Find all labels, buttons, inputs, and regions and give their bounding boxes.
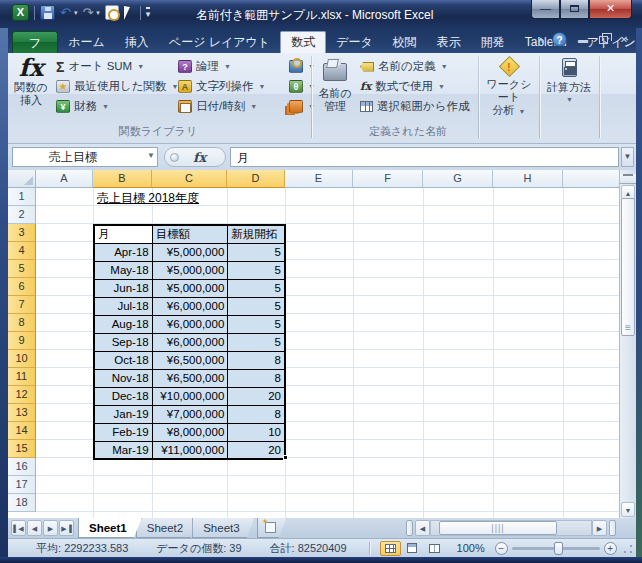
table-row[interactable]: Jan-19 ¥7,000,000 8	[94, 405, 285, 423]
table-row[interactable]: Dec-18 ¥10,000,000 20	[94, 387, 285, 405]
zoom-out-icon[interactable]: −	[495, 542, 508, 555]
row-header[interactable]: 12	[8, 386, 36, 404]
column-header[interactable]: C	[152, 170, 227, 188]
row-header[interactable]: 3	[8, 224, 36, 242]
name-box-dropdown-icon[interactable]: ▼	[147, 151, 155, 160]
vertical-scroll-thumb[interactable]	[621, 198, 635, 336]
row-header[interactable]: 2	[8, 206, 36, 224]
table-row[interactable]: Nov-18 ¥6,500,000 8	[94, 369, 285, 387]
select-all-corner[interactable]	[8, 170, 36, 188]
date-time-button[interactable]: 日付/時刻▼	[178, 97, 257, 116]
page-break-view-button[interactable]	[424, 541, 445, 556]
table-header-row[interactable]: 月 目標額 新規開拓	[94, 225, 285, 243]
tab-data[interactable]: データ	[326, 32, 383, 53]
grid-row[interactable]: 17	[8, 476, 619, 494]
zoom-in-icon[interactable]: +	[604, 542, 617, 555]
workbook-restore-icon[interactable]	[599, 36, 608, 44]
month-cell[interactable]: Mar-19	[94, 441, 152, 459]
tab-developer[interactable]: 開発	[471, 32, 515, 53]
title-bar[interactable]: X ↶▾ ↷▾ ▾ 名前付き範囲サンプル.xlsx - Microsoft Ex…	[0, 0, 642, 28]
row-header[interactable]: 10	[8, 350, 36, 368]
zoom-level[interactable]: 100%	[457, 542, 485, 554]
last-sheet-icon[interactable]: ▶▐	[59, 520, 74, 536]
active-cell-b3[interactable]: 月	[94, 225, 152, 243]
row-header[interactable]: 13	[8, 404, 36, 422]
row-cells[interactable]	[36, 458, 619, 476]
sheet-tab-sheet2[interactable]: Sheet2	[136, 518, 198, 538]
target-cell[interactable]: ¥6,500,000	[152, 351, 228, 369]
target-cell[interactable]: ¥6,500,000	[152, 369, 228, 387]
first-sheet-icon[interactable]: ▌◀	[11, 520, 26, 536]
grid-row[interactable]: 18	[8, 494, 619, 512]
new-business-cell[interactable]: 20	[228, 441, 285, 459]
column-header[interactable]: E	[285, 170, 353, 188]
redo-dropdown-icon[interactable]: ▾	[96, 9, 100, 17]
workbook-minimize-icon[interactable]: ▬	[575, 34, 591, 45]
target-cell[interactable]: ¥5,000,000	[152, 243, 228, 261]
row-header[interactable]: 5	[8, 260, 36, 278]
column-header[interactable]: F	[353, 170, 423, 188]
fill-handle[interactable]	[283, 455, 288, 460]
table-row[interactable]: Sep-18 ¥6,000,000 5	[94, 333, 285, 351]
cell-b2-title[interactable]: 売上目標 2018年度	[97, 189, 287, 207]
target-cell[interactable]: ¥8,000,000	[152, 423, 228, 441]
grid-row[interactable]: 2	[8, 206, 619, 224]
target-cell[interactable]: ¥6,000,000	[152, 297, 228, 315]
use-in-formula-button[interactable]: fx 数式で使用▼	[360, 77, 445, 96]
month-cell[interactable]: Jan-19	[94, 405, 152, 423]
new-business-cell[interactable]: 8	[228, 369, 285, 387]
target-cell[interactable]: ¥11,000,000	[152, 441, 228, 459]
vertical-scrollbar[interactable]: ▲ ▼	[619, 170, 636, 518]
help-icon[interactable]: ?	[552, 32, 567, 47]
month-cell[interactable]: Dec-18	[94, 387, 152, 405]
tab-view[interactable]: 表示	[427, 32, 471, 53]
horizontal-scroll-track[interactable]: ||||	[430, 520, 592, 536]
row-cells[interactable]	[36, 494, 619, 512]
month-cell[interactable]: Oct-18	[94, 351, 152, 369]
tab-split-handle[interactable]	[406, 520, 413, 536]
sheet-tab-sheet1[interactable]: Sheet1	[78, 518, 142, 538]
tab-review[interactable]: 校閲	[383, 32, 427, 53]
row-header[interactable]: 17	[8, 476, 36, 494]
insert-function-capsule[interactable]: fx	[164, 147, 226, 167]
row-header[interactable]: 18	[8, 494, 36, 512]
redo-icon[interactable]: ↷	[82, 6, 93, 20]
month-cell[interactable]: Apr-18	[94, 243, 152, 261]
page-layout-view-button[interactable]	[402, 541, 423, 556]
zoom-thumb[interactable]	[554, 542, 563, 555]
table-row[interactable]: May-18 ¥5,000,000 5	[94, 261, 285, 279]
new-business-cell[interactable]: 5	[228, 279, 285, 297]
worksheet-analysis-button[interactable]: ! ワークシート 分析 ▼	[482, 55, 536, 123]
new-business-cell[interactable]: 8	[228, 351, 285, 369]
print-preview-icon[interactable]	[105, 5, 119, 20]
month-cell[interactable]: Aug-18	[94, 315, 152, 333]
new-business-cell[interactable]: 8	[228, 405, 285, 423]
insert-function-button[interactable]: fx 関数の 挿入	[10, 55, 52, 123]
table-row[interactable]: Jul-18 ¥6,000,000 5	[94, 297, 285, 315]
undo-dropdown-icon[interactable]: ▾	[74, 9, 78, 17]
month-cell[interactable]: Jul-18	[94, 297, 152, 315]
row-header[interactable]: 1	[8, 188, 36, 206]
tab-split-handle[interactable]	[609, 520, 616, 536]
month-cell[interactable]: May-18	[94, 261, 152, 279]
table-row[interactable]: Apr-18 ¥5,000,000 5	[94, 243, 285, 261]
maximize-button[interactable]	[560, 0, 589, 19]
create-from-selection-button[interactable]: 選択範囲から作成	[360, 97, 470, 116]
workbook-close-icon[interactable]: ✕	[616, 34, 632, 45]
tab-formulas[interactable]: 数式	[280, 31, 326, 53]
split-box[interactable]	[620, 174, 636, 184]
column-header[interactable]: H	[493, 170, 563, 188]
scroll-right-icon[interactable]: ▶	[592, 520, 607, 536]
target-cell[interactable]: ¥10,000,000	[152, 387, 228, 405]
target-cell[interactable]: ¥6,000,000	[152, 333, 228, 351]
formula-input[interactable]: 月	[230, 147, 619, 167]
zoom-track[interactable]	[512, 547, 600, 550]
financial-button[interactable]: ¥ 財務▼	[56, 97, 109, 116]
row-header[interactable]: 6	[8, 278, 36, 296]
data-table[interactable]: 月 目標額 新規開拓 Apr-18 ¥5,000,000 5 May-18 ¥5…	[93, 224, 286, 460]
row-cells[interactable]	[36, 476, 619, 494]
qat-customize-icon[interactable]: ▾	[146, 7, 151, 18]
name-box[interactable]: 売上目標 ▼	[12, 147, 158, 167]
normal-view-button[interactable]	[380, 541, 401, 556]
tab-home[interactable]: ホーム	[58, 32, 115, 53]
